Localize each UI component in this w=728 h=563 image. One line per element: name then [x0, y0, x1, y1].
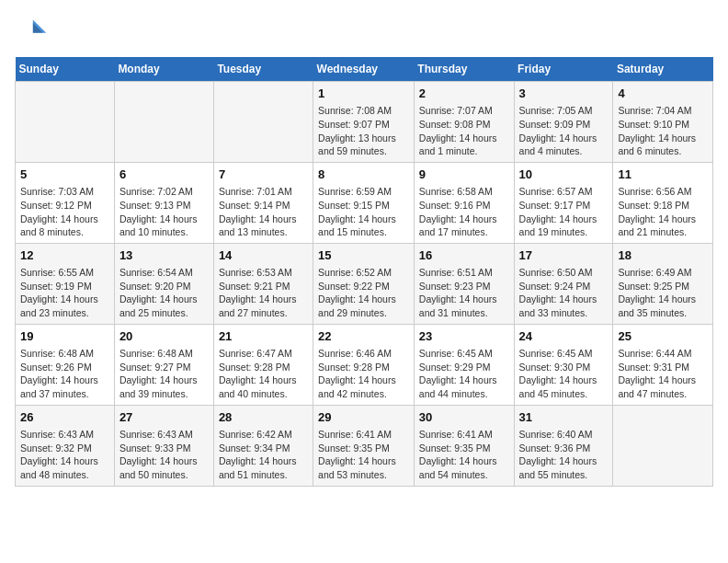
- weekday-header-sunday: Sunday: [16, 57, 115, 82]
- calendar-cell: 22Sunrise: 6:46 AMSunset: 9:28 PMDayligh…: [313, 324, 415, 405]
- day-number: 12: [20, 247, 109, 264]
- calendar-cell: 18Sunrise: 6:49 AMSunset: 9:25 PMDayligh…: [613, 243, 713, 324]
- calendar-cell: 27Sunrise: 6:43 AMSunset: 9:33 PMDayligh…: [114, 405, 213, 486]
- day-info: Sunrise: 6:57 AMSunset: 9:17 PMDaylight:…: [519, 185, 609, 239]
- week-row-2: 5Sunrise: 7:03 AMSunset: 9:12 PMDaylight…: [16, 162, 713, 243]
- day-info: Sunrise: 6:53 AMSunset: 9:21 PMDaylight:…: [219, 266, 308, 320]
- day-number: 7: [219, 167, 308, 183]
- calendar-cell: [16, 82, 115, 163]
- day-info: Sunrise: 6:43 AMSunset: 9:32 PMDaylight:…: [20, 428, 109, 482]
- day-number: 30: [419, 409, 509, 426]
- calendar-cell: 5Sunrise: 7:03 AMSunset: 9:12 PMDaylight…: [16, 162, 115, 243]
- day-number: 3: [519, 86, 609, 102]
- day-info: Sunrise: 7:04 AMSunset: 9:10 PMDaylight:…: [618, 104, 708, 158]
- day-number: 25: [618, 328, 708, 345]
- calendar-cell: 14Sunrise: 6:53 AMSunset: 9:21 PMDayligh…: [213, 243, 313, 324]
- day-info: Sunrise: 6:41 AMSunset: 9:35 PMDaylight:…: [419, 428, 509, 482]
- calendar-cell: 20Sunrise: 6:48 AMSunset: 9:27 PMDayligh…: [114, 324, 213, 405]
- calendar-cell: 31Sunrise: 6:40 AMSunset: 9:36 PMDayligh…: [514, 405, 613, 486]
- svg-marker-1: [33, 23, 43, 33]
- day-number: 20: [119, 328, 209, 345]
- day-info: Sunrise: 6:44 AMSunset: 9:31 PMDaylight:…: [618, 347, 708, 401]
- calendar-cell: [114, 82, 213, 163]
- day-info: Sunrise: 7:08 AMSunset: 9:07 PMDaylight:…: [318, 104, 409, 158]
- calendar-cell: 29Sunrise: 6:41 AMSunset: 9:35 PMDayligh…: [313, 405, 415, 486]
- day-info: Sunrise: 6:59 AMSunset: 9:15 PMDaylight:…: [318, 185, 409, 239]
- calendar-cell: 7Sunrise: 7:01 AMSunset: 9:14 PMDaylight…: [213, 162, 313, 243]
- day-number: 31: [519, 409, 609, 426]
- day-info: Sunrise: 6:48 AMSunset: 9:26 PMDaylight:…: [20, 347, 109, 401]
- day-info: Sunrise: 6:50 AMSunset: 9:24 PMDaylight:…: [519, 266, 609, 320]
- logo-icon: [15, 15, 48, 48]
- day-info: Sunrise: 6:45 AMSunset: 9:30 PMDaylight:…: [519, 347, 609, 401]
- calendar-cell: 23Sunrise: 6:45 AMSunset: 9:29 PMDayligh…: [414, 324, 514, 405]
- day-number: 13: [119, 247, 209, 264]
- calendar-cell: 25Sunrise: 6:44 AMSunset: 9:31 PMDayligh…: [613, 324, 713, 405]
- calendar-cell: [613, 405, 713, 486]
- week-row-5: 26Sunrise: 6:43 AMSunset: 9:32 PMDayligh…: [16, 405, 713, 486]
- day-info: Sunrise: 6:58 AMSunset: 9:16 PMDaylight:…: [419, 185, 509, 239]
- day-number: 14: [219, 247, 308, 264]
- day-info: Sunrise: 6:40 AMSunset: 9:36 PMDaylight:…: [519, 428, 609, 482]
- calendar-cell: [213, 82, 313, 163]
- day-number: 24: [519, 328, 609, 345]
- day-number: 18: [618, 247, 708, 264]
- day-number: 9: [419, 167, 509, 183]
- day-number: 4: [618, 86, 708, 102]
- calendar-cell: 4Sunrise: 7:04 AMSunset: 9:10 PMDaylight…: [613, 82, 713, 163]
- calendar-cell: 10Sunrise: 6:57 AMSunset: 9:17 PMDayligh…: [514, 162, 613, 243]
- calendar-cell: 16Sunrise: 6:51 AMSunset: 9:23 PMDayligh…: [414, 243, 514, 324]
- weekday-header-monday: Monday: [114, 57, 213, 82]
- day-number: 2: [419, 86, 509, 102]
- weekday-header-friday: Friday: [514, 57, 613, 82]
- day-info: Sunrise: 6:49 AMSunset: 9:25 PMDaylight:…: [618, 266, 708, 320]
- day-info: Sunrise: 7:03 AMSunset: 9:12 PMDaylight:…: [20, 185, 109, 239]
- weekday-header-wednesday: Wednesday: [313, 57, 415, 82]
- week-row-3: 12Sunrise: 6:55 AMSunset: 9:19 PMDayligh…: [16, 243, 713, 324]
- calendar-cell: 26Sunrise: 6:43 AMSunset: 9:32 PMDayligh…: [16, 405, 115, 486]
- logo: [15, 15, 51, 48]
- day-info: Sunrise: 6:52 AMSunset: 9:22 PMDaylight:…: [318, 266, 409, 320]
- calendar-cell: 1Sunrise: 7:08 AMSunset: 9:07 PMDaylight…: [313, 82, 415, 163]
- week-row-1: 1Sunrise: 7:08 AMSunset: 9:07 PMDaylight…: [16, 82, 713, 163]
- day-info: Sunrise: 6:48 AMSunset: 9:27 PMDaylight:…: [119, 347, 209, 401]
- calendar-cell: 2Sunrise: 7:07 AMSunset: 9:08 PMDaylight…: [414, 82, 514, 163]
- calendar-cell: 17Sunrise: 6:50 AMSunset: 9:24 PMDayligh…: [514, 243, 613, 324]
- calendar-cell: 12Sunrise: 6:55 AMSunset: 9:19 PMDayligh…: [16, 243, 115, 324]
- day-number: 19: [20, 328, 109, 345]
- day-number: 6: [119, 167, 209, 183]
- day-info: Sunrise: 6:43 AMSunset: 9:33 PMDaylight:…: [119, 428, 209, 482]
- calendar-cell: 6Sunrise: 7:02 AMSunset: 9:13 PMDaylight…: [114, 162, 213, 243]
- day-number: 28: [219, 409, 308, 426]
- calendar-cell: 8Sunrise: 6:59 AMSunset: 9:15 PMDaylight…: [313, 162, 415, 243]
- day-info: Sunrise: 7:02 AMSunset: 9:13 PMDaylight:…: [119, 185, 209, 239]
- day-info: Sunrise: 6:55 AMSunset: 9:19 PMDaylight:…: [20, 266, 109, 320]
- calendar-cell: 15Sunrise: 6:52 AMSunset: 9:22 PMDayligh…: [313, 243, 415, 324]
- day-info: Sunrise: 6:47 AMSunset: 9:28 PMDaylight:…: [219, 347, 308, 401]
- day-number: 1: [318, 86, 409, 102]
- weekday-header-saturday: Saturday: [613, 57, 713, 82]
- day-number: 11: [618, 167, 708, 183]
- calendar-cell: 21Sunrise: 6:47 AMSunset: 9:28 PMDayligh…: [213, 324, 313, 405]
- weekday-header-tuesday: Tuesday: [213, 57, 313, 82]
- calendar-cell: 11Sunrise: 6:56 AMSunset: 9:18 PMDayligh…: [613, 162, 713, 243]
- day-info: Sunrise: 6:51 AMSunset: 9:23 PMDaylight:…: [419, 266, 509, 320]
- day-number: 22: [318, 328, 409, 345]
- day-number: 8: [318, 167, 409, 183]
- calendar-cell: 3Sunrise: 7:05 AMSunset: 9:09 PMDaylight…: [514, 82, 613, 163]
- day-info: Sunrise: 6:54 AMSunset: 9:20 PMDaylight:…: [119, 266, 209, 320]
- week-row-4: 19Sunrise: 6:48 AMSunset: 9:26 PMDayligh…: [16, 324, 713, 405]
- calendar-cell: 19Sunrise: 6:48 AMSunset: 9:26 PMDayligh…: [16, 324, 115, 405]
- day-info: Sunrise: 6:46 AMSunset: 9:28 PMDaylight:…: [318, 347, 409, 401]
- calendar-cell: 24Sunrise: 6:45 AMSunset: 9:30 PMDayligh…: [514, 324, 613, 405]
- day-info: Sunrise: 7:05 AMSunset: 9:09 PMDaylight:…: [519, 104, 609, 158]
- day-info: Sunrise: 6:56 AMSunset: 9:18 PMDaylight:…: [618, 185, 708, 239]
- calendar-cell: 28Sunrise: 6:42 AMSunset: 9:34 PMDayligh…: [213, 405, 313, 486]
- day-number: 23: [419, 328, 509, 345]
- day-number: 26: [20, 409, 109, 426]
- day-info: Sunrise: 6:41 AMSunset: 9:35 PMDaylight:…: [318, 428, 409, 482]
- day-number: 27: [119, 409, 209, 426]
- weekday-header-row: SundayMondayTuesdayWednesdayThursdayFrid…: [16, 57, 713, 82]
- day-number: 15: [318, 247, 409, 264]
- day-number: 5: [20, 167, 109, 183]
